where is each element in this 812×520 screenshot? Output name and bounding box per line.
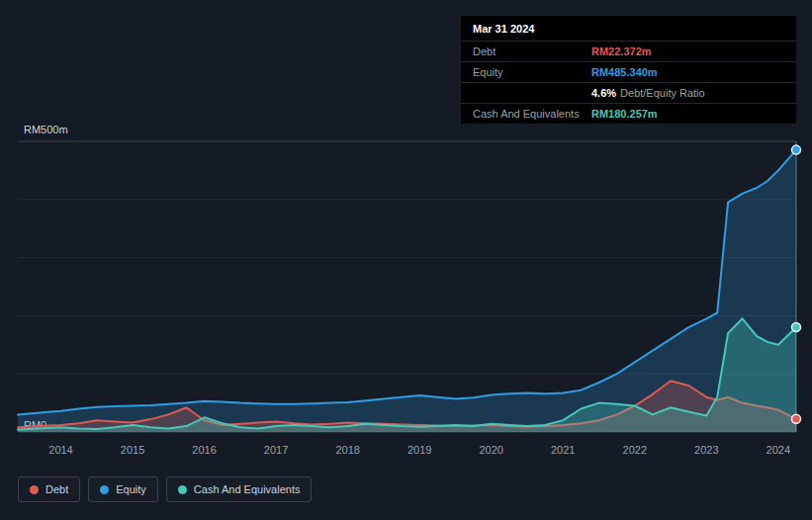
x-axis-label-2017: 2017: [254, 444, 298, 456]
x-axis-label-2016: 2016: [183, 444, 226, 456]
debt-equity-chart-panel: RM500m RM0 20142015201620172018201920202…: [0, 0, 812, 520]
x-axis-label-2019: 2019: [398, 444, 441, 456]
ratio-percent: 4.6%: [591, 87, 616, 99]
x-axis-label-2015: 2015: [111, 444, 154, 456]
tooltip-row-cash: Cash And Equivalents RM180.257m: [461, 103, 796, 124]
y-axis-label-max: RM500m: [24, 124, 68, 135]
legend-debt-label: Debt: [45, 483, 68, 495]
legend-item-cash[interactable]: Cash And Equivalents: [166, 477, 313, 502]
chart-tooltip: Mar 31 2024 Debt RM22.372m Equity RM485.…: [461, 16, 796, 124]
tooltip-row-debt: Debt RM22.372m: [461, 41, 796, 61]
ratio-label: Debt/Equity Ratio: [620, 87, 705, 99]
tooltip-row-ratio: 4.6%Debt/Equity Ratio: [461, 82, 796, 103]
tooltip-equity-value: RM485.340m: [591, 66, 658, 78]
equity-dot-icon: [100, 485, 109, 494]
legend-cash-label: Cash And Equivalents: [194, 483, 301, 495]
tooltip-row-equity: Equity RM485.340m: [461, 61, 796, 82]
x-axis-label-2022: 2022: [613, 444, 657, 456]
x-axis-label-2021: 2021: [541, 444, 585, 456]
x-axis-label-2023: 2023: [684, 444, 728, 456]
tooltip-debt-value: RM22.372m: [591, 45, 652, 57]
legend-item-debt[interactable]: Debt: [18, 477, 80, 502]
x-axis-label-2020: 2020: [470, 444, 513, 456]
x-axis-label-2018: 2018: [326, 444, 370, 456]
tooltip-ratio-value: 4.6%Debt/Equity Ratio: [591, 87, 705, 99]
debt-dot-icon: [30, 485, 39, 494]
legend-equity-label: Equity: [116, 483, 146, 495]
x-axis-label-2024: 2024: [757, 444, 800, 456]
chart-plot-area[interactable]: [18, 141, 796, 432]
tooltip-equity-label: Equity: [473, 66, 591, 78]
tooltip-cash-label: Cash And Equivalents: [473, 108, 591, 120]
x-axis-label-2014: 2014: [40, 444, 83, 456]
x-axis: 2014201520162017201820192020202120222023…: [0, 444, 812, 460]
legend-item-equity[interactable]: Equity: [88, 477, 158, 502]
tooltip-date: Mar 31 2024: [461, 16, 796, 41]
tooltip-debt-label: Debt: [473, 45, 591, 57]
legend: Debt Equity Cash And Equivalents: [18, 477, 312, 502]
tooltip-cash-value: RM180.257m: [591, 108, 658, 120]
cash-dot-icon: [178, 485, 187, 494]
